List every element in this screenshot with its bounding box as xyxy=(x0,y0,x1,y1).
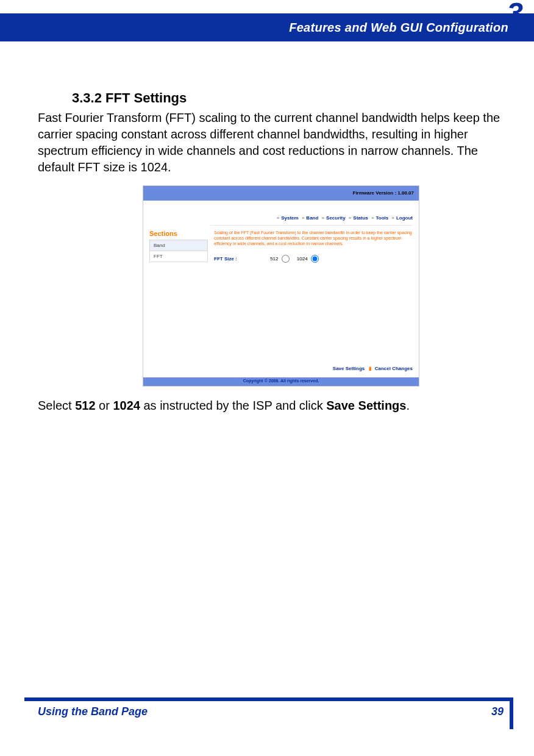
nav-caret-icon: » xyxy=(275,215,281,221)
firmware-version-label: Firmware Version : 1.00.07 xyxy=(353,190,415,196)
firmware-bar: Firmware Version : 1.00.07 xyxy=(143,186,419,201)
fft-size-row: FFT Size : 512 1024 xyxy=(214,255,413,263)
section-heading: 3.3.2 FFT Settings xyxy=(72,90,187,106)
chapter-title: Features and Web GUI Configuration xyxy=(289,21,508,35)
nav-logout[interactable]: Logout xyxy=(396,215,413,221)
sidebar: Sections Band FFT xyxy=(149,230,208,262)
footer-left: Using the Band Page xyxy=(38,705,148,718)
sidebar-title: Sections xyxy=(149,230,208,237)
nav-caret-icon: » xyxy=(347,215,353,221)
save-settings-button[interactable]: Save Settings xyxy=(333,366,365,371)
web-gui-screenshot: Firmware Version : 1.00.07 »System »Band… xyxy=(143,185,419,387)
device-logo xyxy=(143,201,210,226)
main-panel: Scaling of the FFT (Fast Fourier Transfo… xyxy=(214,230,413,263)
fft-radio-512[interactable] xyxy=(282,255,290,263)
action-bar: Save Settings ▮ Cancel Changes xyxy=(333,366,413,371)
nav-status[interactable]: Status xyxy=(353,215,368,221)
nav-system[interactable]: System xyxy=(281,215,298,221)
footer-tab xyxy=(510,697,513,729)
cancel-changes-button[interactable]: Cancel Changes xyxy=(375,366,413,371)
nav-security[interactable]: Security xyxy=(326,215,346,221)
footer-line xyxy=(24,697,510,701)
sidebar-item-band[interactable]: Band xyxy=(149,240,208,251)
nav-caret-icon: » xyxy=(390,215,396,221)
sidebar-item-fft[interactable]: FFT xyxy=(149,251,208,262)
fft-option-512-label[interactable]: 512 xyxy=(270,256,290,262)
nav-caret-icon: » xyxy=(320,215,326,221)
section-paragraph-2: Select 512 or 1024 as instructed by the … xyxy=(38,398,501,414)
page-number: 39 xyxy=(491,705,504,718)
nav-caret-icon: » xyxy=(300,215,306,221)
fft-radio-1024[interactable] xyxy=(311,255,319,263)
nav-tools[interactable]: Tools xyxy=(376,215,388,221)
copyright-footer: Copyright © 2008. All rights reserved. xyxy=(143,377,419,386)
nav-divider xyxy=(210,225,413,226)
section-paragraph-1: Fast Fourier Transform (FFT) scaling to … xyxy=(38,110,501,176)
fft-size-label: FFT Size : xyxy=(214,256,237,262)
nav-caret-icon: » xyxy=(369,215,376,221)
fft-description: Scaling of the FFT (Fast Fourier Transfo… xyxy=(214,230,413,246)
action-separator-icon: ▮ xyxy=(366,366,374,371)
chapter-number: 3 xyxy=(507,0,523,30)
fft-option-1024-label[interactable]: 1024 xyxy=(297,256,319,262)
nav-band[interactable]: Band xyxy=(306,215,318,221)
